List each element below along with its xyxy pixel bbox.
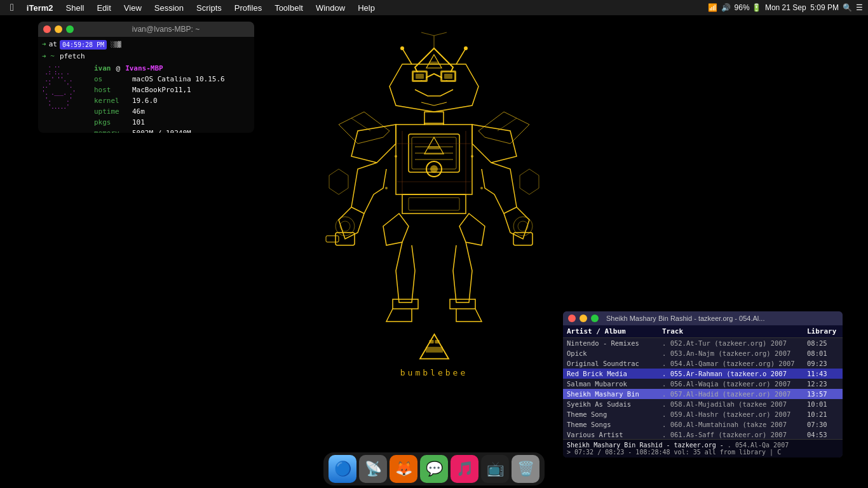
artist-cell: Theme Songs [567, 421, 662, 428]
duration-cell: 12:23 [807, 380, 839, 388]
track-cell: . 059.Al-Hashr (tazkeer.or) 2007 [662, 410, 807, 418]
terminal-window: ivan@Ivans-MBP: ~ ➜ at 04:59:28 PM ░▒▓ ➜… [38, 22, 254, 133]
host-line: host MacBookPro11,1 [94, 85, 225, 95]
dock-icon-iterm[interactable]: 📺 [481, 455, 509, 483]
list-item-highlighted[interactable]: Sheikh Mashary Bin . 057.Al-Hadid (tazke… [563, 389, 843, 399]
track-header: Track [662, 327, 807, 336]
music-minimize-button[interactable] [580, 315, 587, 322]
duration-cell: 13:57 [807, 390, 839, 398]
now-playing-artist: Sheikh Mashary Bin Rashid - tazkeer.org … [567, 442, 724, 449]
music-column-headers: Artist / Album Track Library [563, 325, 843, 338]
pfetch-logo: . .. .: :.. . ..' ''. . ..' '. '. .___. … [42, 63, 92, 133]
duration-cell: 10:21 [807, 410, 839, 418]
music-track-list: Nintendo - Remixes . 052.At-Tur (tazkeer… [563, 338, 843, 443]
svg-rect-42 [429, 340, 433, 343]
music-close-button[interactable] [568, 315, 576, 322]
music-status-bar: Sheikh Mashary Bin Rashid - tazkeer.org … [563, 439, 843, 458]
bumblebee-svg: bumblebee [275, 29, 593, 449]
menu-view[interactable]: View [119, 2, 147, 14]
menu-shell[interactable]: Shell [61, 2, 90, 14]
menu-scripts[interactable]: Scripts [191, 2, 227, 14]
list-item-active[interactable]: Red Brick Media . 055.Ar-Rahman (tazkeer… [563, 369, 843, 379]
track-cell: . 060.Al-Mumtahinah (takze 2007 [662, 421, 807, 428]
list-item[interactable]: Nintendo - Remixes . 052.At-Tur (tazkeer… [563, 338, 843, 348]
terminal-titlebar: ivan@Ivans-MBP: ~ [38, 22, 254, 37]
svg-text:bumblebee: bumblebee [400, 368, 468, 377]
close-button[interactable] [43, 25, 51, 33]
list-icon[interactable]: ☰ [856, 3, 863, 12]
artist-cell: Original Soundtrac [567, 360, 662, 367]
now-playing-track: . 054.Al-Qa 2007 [728, 442, 789, 449]
pkgs-line: pkgs 101 [94, 117, 225, 128]
menu-right: 📶 🔊 96% 🔋 Mon 21 Sep 5:09 PM 🔍 ☰ [708, 3, 863, 12]
duration-cell: 08:25 [807, 339, 839, 347]
dock-icon-trash[interactable]: 🗑️ [512, 455, 539, 483]
dock-icon-wifi[interactable]: 📡 [359, 455, 387, 483]
svg-rect-7 [444, 74, 452, 79]
artist-album-header: Artist / Album [567, 327, 662, 336]
list-item[interactable]: Theme Songs . 060.Al-Mumtahinah (takze 2… [563, 419, 843, 430]
duration-cell: 08:01 [807, 349, 839, 357]
music-titlebar: Sheikh Mashary Bin Rashid - tazkeer.org … [563, 311, 843, 325]
menu-edit[interactable]: Edit [92, 2, 116, 14]
artist-cell: Sheikh Mashary Bin [567, 390, 662, 398]
uptime-line: uptime 46m [94, 106, 225, 117]
music-player-window: Sheikh Mashary Bin Rashid - tazkeer.org … [563, 311, 843, 458]
menu-session[interactable]: Session [149, 2, 189, 14]
list-item[interactable]: Salman Mubarrok . 056.Al-Waqia (tazkeer.… [563, 379, 843, 389]
svg-point-36 [395, 155, 397, 158]
os-line: os macOS Catalina 10.15.6 [94, 74, 225, 85]
artist-cell: Theme Song [567, 410, 662, 418]
dock: 🔵 📡 🦊 💬 🎵 📺 🗑️ [323, 452, 545, 485]
svg-rect-4 [416, 74, 424, 79]
battery-status: 96% 🔋 [735, 3, 761, 12]
svg-rect-41 [426, 347, 443, 353]
svg-point-37 [471, 155, 473, 158]
duration-cell: 09:23 [807, 360, 839, 367]
list-item[interactable]: Various Artist . 061.As-Saff (tazkeer.or… [563, 430, 843, 440]
artist-cell: Syeikh As Sudais [567, 400, 662, 408]
svg-point-38 [385, 187, 388, 189]
menu-toolbelt[interactable]: Toolbelt [269, 2, 308, 14]
apple-menu[interactable]:  [5, 2, 19, 13]
library-header: Library [807, 327, 839, 336]
dock-icon-music[interactable]: 🎵 [451, 455, 478, 483]
duration-cell: 11:43 [807, 370, 839, 377]
track-cell: . 053.An-Najm (tazkeer.org) 2007 [662, 349, 807, 357]
pfetch-cmd: ➜ ~ pfetch [42, 51, 250, 62]
menu-iterm2[interactable]: iTerm2 [22, 2, 58, 14]
wifi-icon[interactable]: 📶 [708, 3, 717, 12]
artist-cell: Opick [567, 349, 662, 357]
duration-cell: 10:01 [807, 400, 839, 408]
svg-point-39 [480, 187, 483, 189]
volume-icon[interactable]: 🔊 [721, 3, 731, 12]
menu-help[interactable]: Help [353, 2, 380, 14]
pfetch-info: ivan @ Ivans-MBP os macOS Catalina 10.15… [94, 63, 225, 133]
duration-cell: 04:53 [807, 431, 839, 438]
terminal-body[interactable]: ➜ at 04:59:28 PM ░▒▓ ➜ ~ pfetch . .. .: … [38, 37, 254, 133]
playback-status: > 07:32 / 08:23 - 108:28:48 vol: 35 all … [567, 449, 839, 456]
dock-icon-firefox[interactable]: 🦊 [390, 455, 417, 483]
list-item[interactable]: Theme Song . 059.Al-Hashr (tazkeer.or) 2… [563, 409, 843, 419]
desktop: bumblebee ivan@Ivans-MBP: ~ ➜ at 04:59:2… [0, 15, 868, 488]
track-cell: . 061.As-Saff (tazkeer.or) 2007 [662, 431, 807, 438]
track-cell: . 052.At-Tur (tazkeer.org) 2007 [662, 339, 807, 347]
svg-rect-23 [428, 146, 440, 149]
menu-window[interactable]: Window [311, 2, 350, 14]
svg-rect-0 [275, 29, 593, 449]
memory-line: memory 5002M / 10240M [94, 128, 225, 133]
minimize-button[interactable] [55, 25, 62, 33]
artist-cell: Salman Mubarrok [567, 380, 662, 388]
list-item[interactable]: Syeikh As Sudais . 058.Al-Mujadilah (taz… [563, 399, 843, 409]
list-item[interactable]: Original Soundtrac . 054.Al-Qamar (tazke… [563, 358, 843, 369]
dock-icon-finder[interactable]: 🔵 [329, 455, 356, 483]
maximize-button[interactable] [66, 25, 74, 33]
music-maximize-button[interactable] [591, 315, 599, 322]
dock-icon-messages[interactable]: 💬 [420, 455, 448, 483]
list-item[interactable]: Opick . 053.An-Najm (tazkeer.org) 2007 0… [563, 348, 843, 358]
user-line: ivan @ Ivans-MBP [94, 63, 225, 74]
datetime: Mon 21 Sep 5:09 PM [765, 3, 839, 12]
menu-profiles[interactable]: Profiles [229, 2, 267, 14]
search-icon[interactable]: 🔍 [843, 3, 852, 12]
track-cell: . 057.Al-Hadid (tazkeer.or) 2007 [662, 390, 807, 398]
